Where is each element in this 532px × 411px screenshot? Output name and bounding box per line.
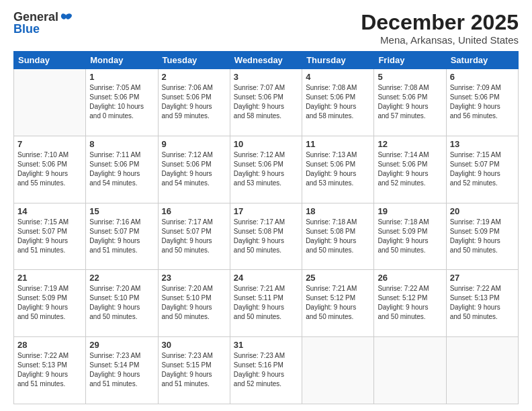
day-number: 9 [162,139,226,149]
calendar-cell [446,337,518,404]
day-number: 28 [17,340,82,350]
calendar-cell: 9Sunrise: 7:12 AMSunset: 5:06 PMDaylight… [158,136,230,203]
day-number: 16 [162,206,226,216]
day-info: Sunrise: 7:22 AMSunset: 5:12 PMDaylight:… [378,284,442,322]
day-number: 12 [378,139,442,149]
calendar-cell: 30Sunrise: 7:23 AMSunset: 5:15 PMDayligh… [158,337,230,404]
day-info: Sunrise: 7:17 AMSunset: 5:07 PMDaylight:… [162,218,226,255]
calendar-cell: 31Sunrise: 7:23 AMSunset: 5:16 PMDayligh… [230,337,302,404]
day-number: 5 [378,72,442,82]
day-number: 11 [306,139,370,149]
day-number: 25 [306,273,370,283]
day-number: 23 [162,273,226,283]
day-number: 19 [378,206,442,216]
calendar-cell: 12Sunrise: 7:14 AMSunset: 5:06 PMDayligh… [374,136,446,203]
day-number: 30 [162,340,226,350]
calendar-cell: 7Sunrise: 7:10 AMSunset: 5:06 PMDaylight… [14,136,86,203]
weekday-header-saturday: Saturday [446,52,518,69]
calendar-cell: 27Sunrise: 7:22 AMSunset: 5:13 PMDayligh… [446,270,518,337]
day-number: 6 [450,72,515,82]
calendar-table: SundayMondayTuesdayWednesdayThursdayFrid… [13,51,519,404]
day-info: Sunrise: 7:06 AMSunset: 5:06 PMDaylight:… [162,83,226,121]
day-info: Sunrise: 7:20 AMSunset: 5:10 PMDaylight:… [89,284,154,322]
weekday-header-monday: Monday [86,52,158,69]
day-number: 14 [17,206,82,216]
day-number: 31 [234,340,298,350]
day-info: Sunrise: 7:23 AMSunset: 5:15 PMDaylight:… [162,351,226,389]
day-number: 10 [234,139,298,149]
day-info: Sunrise: 7:08 AMSunset: 5:06 PMDaylight:… [306,83,370,121]
day-info: Sunrise: 7:08 AMSunset: 5:06 PMDaylight:… [378,83,442,121]
calendar-cell: 5Sunrise: 7:08 AMSunset: 5:06 PMDaylight… [374,69,446,136]
calendar-cell: 23Sunrise: 7:20 AMSunset: 5:10 PMDayligh… [158,270,230,337]
day-number: 4 [306,72,370,82]
day-number: 26 [378,273,442,283]
day-info: Sunrise: 7:22 AMSunset: 5:13 PMDaylight:… [450,284,515,322]
subtitle: Mena, Arkansas, United States [361,34,519,46]
header: General Blue December 2025 Mena, Arkansa… [13,11,519,46]
weekday-header-thursday: Thursday [302,52,374,69]
day-number: 18 [306,206,370,216]
calendar-cell: 13Sunrise: 7:15 AMSunset: 5:07 PMDayligh… [446,136,518,203]
calendar-cell: 29Sunrise: 7:23 AMSunset: 5:14 PMDayligh… [86,337,158,404]
day-number: 8 [89,139,154,149]
calendar-cell: 21Sunrise: 7:19 AMSunset: 5:09 PMDayligh… [14,270,86,337]
day-info: Sunrise: 7:19 AMSunset: 5:09 PMDaylight:… [450,218,515,255]
weekday-header-wednesday: Wednesday [230,52,302,69]
calendar-cell: 4Sunrise: 7:08 AMSunset: 5:06 PMDaylight… [302,69,374,136]
day-number: 2 [162,72,226,82]
page: General Blue December 2025 Mena, Arkansa… [0,0,532,411]
day-info: Sunrise: 7:23 AMSunset: 5:14 PMDaylight:… [89,351,154,389]
day-info: Sunrise: 7:18 AMSunset: 5:08 PMDaylight:… [306,218,370,255]
calendar-cell: 11Sunrise: 7:13 AMSunset: 5:06 PMDayligh… [302,136,374,203]
calendar-cell: 28Sunrise: 7:22 AMSunset: 5:13 PMDayligh… [14,337,86,404]
main-title: December 2025 [361,11,519,34]
day-info: Sunrise: 7:21 AMSunset: 5:12 PMDaylight:… [306,284,370,322]
day-info: Sunrise: 7:19 AMSunset: 5:09 PMDaylight:… [17,284,82,322]
weekday-header-tuesday: Tuesday [158,52,230,69]
calendar-cell: 17Sunrise: 7:17 AMSunset: 5:08 PMDayligh… [230,203,302,270]
logo: General Blue [13,11,73,36]
day-info: Sunrise: 7:18 AMSunset: 5:09 PMDaylight:… [378,218,442,255]
day-number: 27 [450,273,515,283]
calendar-cell: 2Sunrise: 7:06 AMSunset: 5:06 PMDaylight… [158,69,230,136]
week-row-2: 14Sunrise: 7:15 AMSunset: 5:07 PMDayligh… [14,203,519,270]
day-info: Sunrise: 7:12 AMSunset: 5:06 PMDaylight:… [234,150,298,188]
day-info: Sunrise: 7:23 AMSunset: 5:16 PMDaylight:… [234,351,298,389]
day-info: Sunrise: 7:09 AMSunset: 5:06 PMDaylight:… [450,83,515,121]
day-info: Sunrise: 7:07 AMSunset: 5:06 PMDaylight:… [234,83,298,121]
calendar-cell: 16Sunrise: 7:17 AMSunset: 5:07 PMDayligh… [158,203,230,270]
day-info: Sunrise: 7:10 AMSunset: 5:06 PMDaylight:… [17,150,82,188]
calendar-cell: 10Sunrise: 7:12 AMSunset: 5:06 PMDayligh… [230,136,302,203]
day-number: 3 [234,72,298,82]
day-number: 7 [17,139,82,149]
day-number: 29 [89,340,154,350]
calendar-cell: 1Sunrise: 7:05 AMSunset: 5:06 PMDaylight… [86,69,158,136]
calendar-cell: 24Sunrise: 7:21 AMSunset: 5:11 PMDayligh… [230,270,302,337]
day-info: Sunrise: 7:15 AMSunset: 5:07 PMDaylight:… [17,218,82,255]
day-info: Sunrise: 7:11 AMSunset: 5:06 PMDaylight:… [89,150,154,188]
title-section: December 2025 Mena, Arkansas, United Sta… [361,11,519,46]
day-info: Sunrise: 7:16 AMSunset: 5:07 PMDaylight:… [89,218,154,255]
calendar-cell: 20Sunrise: 7:19 AMSunset: 5:09 PMDayligh… [446,203,518,270]
calendar-cell [14,69,86,136]
calendar-cell: 25Sunrise: 7:21 AMSunset: 5:12 PMDayligh… [302,270,374,337]
day-info: Sunrise: 7:21 AMSunset: 5:11 PMDaylight:… [234,284,298,322]
day-number: 24 [234,273,298,283]
logo-bird-icon [60,11,73,24]
week-row-3: 21Sunrise: 7:19 AMSunset: 5:09 PMDayligh… [14,270,519,337]
calendar-cell: 6Sunrise: 7:09 AMSunset: 5:06 PMDaylight… [446,69,518,136]
day-number: 17 [234,206,298,216]
calendar-cell [302,337,374,404]
calendar-cell: 19Sunrise: 7:18 AMSunset: 5:09 PMDayligh… [374,203,446,270]
day-info: Sunrise: 7:14 AMSunset: 5:06 PMDaylight:… [378,150,442,188]
day-info: Sunrise: 7:13 AMSunset: 5:06 PMDaylight:… [306,150,370,188]
day-number: 1 [89,72,154,82]
day-number: 15 [89,206,154,216]
calendar-cell: 22Sunrise: 7:20 AMSunset: 5:10 PMDayligh… [86,270,158,337]
week-row-0: 1Sunrise: 7:05 AMSunset: 5:06 PMDaylight… [14,69,519,136]
calendar-cell: 8Sunrise: 7:11 AMSunset: 5:06 PMDaylight… [86,136,158,203]
weekday-header-row: SundayMondayTuesdayWednesdayThursdayFrid… [14,52,519,69]
week-row-4: 28Sunrise: 7:22 AMSunset: 5:13 PMDayligh… [14,337,519,404]
day-info: Sunrise: 7:22 AMSunset: 5:13 PMDaylight:… [17,351,82,389]
